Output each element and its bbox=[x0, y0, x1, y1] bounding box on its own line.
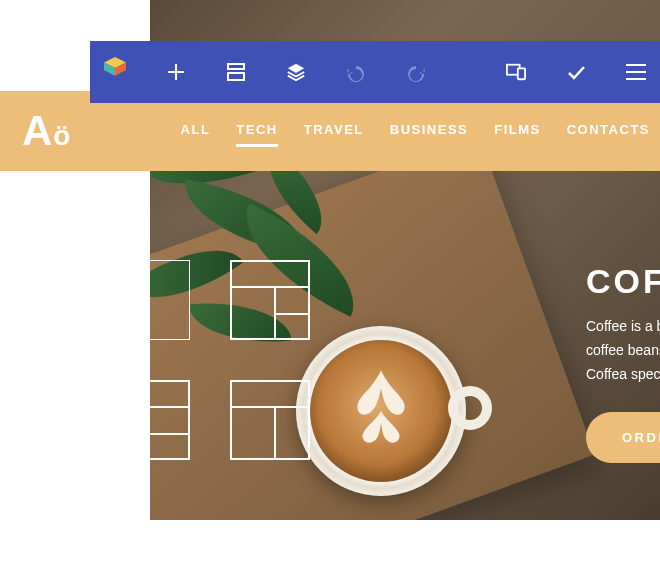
nav-link-all[interactable]: ALL bbox=[181, 122, 211, 141]
layers-icon[interactable] bbox=[286, 62, 306, 82]
hero-copy: COFFEE SHO Coffee is a brewed drink prep… bbox=[586, 262, 660, 463]
layout-preset-blank[interactable] bbox=[110, 260, 190, 340]
svg-rect-4 bbox=[228, 73, 244, 80]
hero-coffee-cup bbox=[296, 326, 466, 496]
nav-link-tech[interactable]: TECH bbox=[236, 122, 277, 141]
order-online-button[interactable]: ORDER ONLINE bbox=[586, 412, 660, 463]
menu-icon[interactable] bbox=[626, 62, 646, 82]
add-icon[interactable] bbox=[166, 62, 186, 82]
latte-art-icon bbox=[336, 361, 426, 461]
editor-toolbar bbox=[90, 41, 660, 103]
undo-icon[interactable] bbox=[346, 62, 366, 82]
app-logo-icon[interactable] bbox=[104, 57, 126, 87]
svg-marker-5 bbox=[288, 64, 304, 73]
done-icon[interactable] bbox=[566, 62, 586, 82]
layout-preset-header-sidebar[interactable] bbox=[230, 260, 310, 340]
hero-title: COFFEE SHO bbox=[586, 262, 660, 301]
site-navbar: Aö ALL TECH TRAVEL BUSINESS FILMS CONTAC… bbox=[0, 91, 660, 171]
nav-link-films[interactable]: FILMS bbox=[494, 122, 541, 141]
hero-description: Coffee is a brewed drink prepare coffee … bbox=[586, 315, 660, 386]
nav-link-contacts[interactable]: CONTACTS bbox=[567, 122, 650, 141]
svg-rect-7 bbox=[518, 68, 525, 79]
svg-rect-3 bbox=[228, 64, 244, 69]
nav-link-travel[interactable]: TRAVEL bbox=[304, 122, 364, 141]
nav-link-business[interactable]: BUSINESS bbox=[390, 122, 468, 141]
redo-icon[interactable] bbox=[406, 62, 426, 82]
nav-links: ALL TECH TRAVEL BUSINESS FILMS CONTACTS bbox=[181, 122, 650, 141]
layout-preset-header-two-col[interactable] bbox=[230, 380, 310, 460]
devices-icon[interactable] bbox=[506, 62, 526, 82]
section-icon[interactable] bbox=[226, 62, 246, 82]
layout-preset-rows[interactable] bbox=[110, 380, 190, 460]
site-logo[interactable]: Aö bbox=[22, 110, 69, 152]
